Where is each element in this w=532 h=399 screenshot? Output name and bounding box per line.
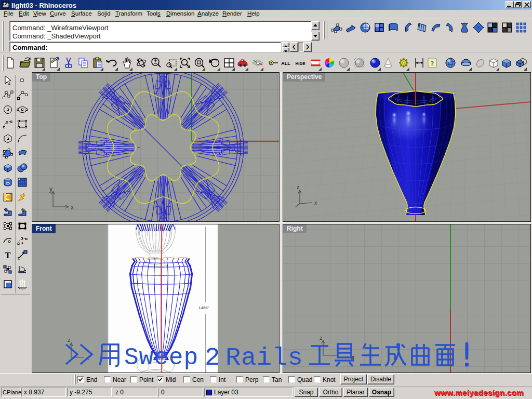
svg-text:?: ? [431,59,434,67]
svg-text:x: x [314,200,317,206]
svg-text:z: z [320,335,323,341]
svg-text:x: x [71,204,74,211]
svg-text:T: T [5,250,11,260]
svg-text:1456": 1456" [198,305,209,310]
svg-text:ALL: ALL [281,61,290,66]
svg-text:HIDE: HIDE [295,61,305,66]
svg-text:y: y [49,185,52,193]
svg-text:z: z [297,184,300,190]
